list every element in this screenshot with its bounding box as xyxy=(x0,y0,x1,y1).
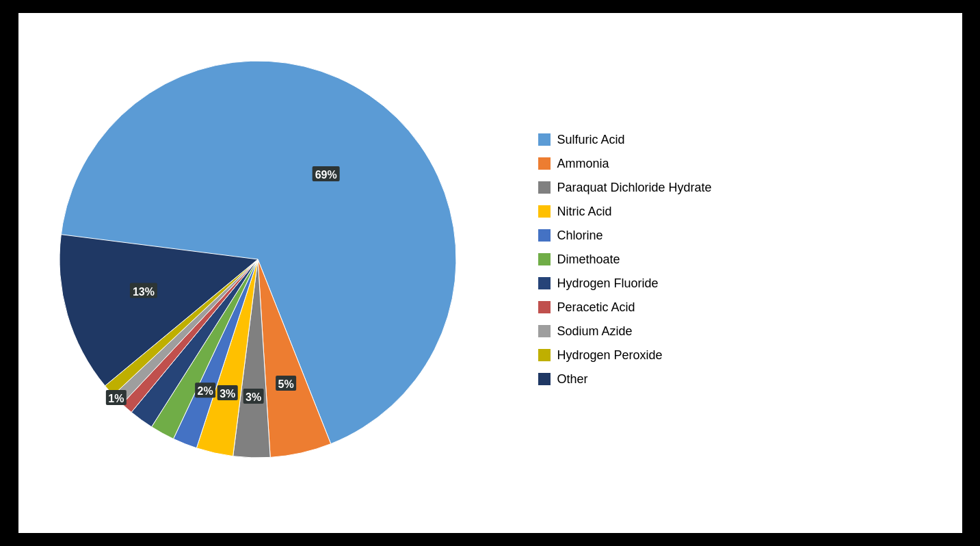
legend-label: Chlorine xyxy=(557,229,603,243)
legend-color-box xyxy=(538,205,551,218)
legend-item: Chlorine xyxy=(538,229,712,243)
legend-item: Dimethoate xyxy=(538,252,712,267)
legend-color-box xyxy=(538,253,551,265)
legend-item: Ammonia xyxy=(538,157,712,171)
legend-color-box xyxy=(538,349,551,361)
legend-item: Hydrogen Fluoride xyxy=(538,276,712,291)
legend-item: Hydrogen Peroxide xyxy=(538,348,712,363)
svg-text:3%: 3% xyxy=(246,391,261,403)
legend-color-box xyxy=(538,277,551,289)
chart-container: 69%13%5%3%3%2%1% Sulfuric AcidAmmoniaPar… xyxy=(18,13,962,533)
svg-text:69%: 69% xyxy=(315,169,336,181)
legend-item: Sodium Azide xyxy=(538,324,712,339)
legend-label: Dimethoate xyxy=(557,252,620,267)
chart-legend: Sulfuric AcidAmmoniaParaquat Dichloride … xyxy=(538,133,712,387)
legend-label: Peracetic Acid xyxy=(557,300,635,315)
legend-color-box xyxy=(538,229,551,242)
legend-item: Other xyxy=(538,372,712,387)
svg-text:5%: 5% xyxy=(278,378,293,390)
legend-item: Sulfuric Acid xyxy=(538,133,712,147)
legend-color-box xyxy=(538,133,551,146)
legend-label: Hydrogen Peroxide xyxy=(557,348,663,363)
legend-label: Paraquat Dichloride Hydrate xyxy=(557,181,712,195)
legend-color-box xyxy=(538,157,551,170)
legend-label: Other xyxy=(557,372,588,387)
legend-label: Sulfuric Acid xyxy=(557,133,625,147)
legend-item: Nitric Acid xyxy=(538,205,712,219)
legend-color-box xyxy=(538,325,551,337)
legend-item: Peracetic Acid xyxy=(538,300,712,315)
legend-label: Nitric Acid xyxy=(557,205,612,219)
svg-text:3%: 3% xyxy=(220,388,235,400)
legend-color-box xyxy=(538,373,551,385)
svg-text:1%: 1% xyxy=(108,393,124,404)
legend-color-box xyxy=(538,301,551,313)
legend-label: Hydrogen Fluoride xyxy=(557,276,659,291)
chart-body: 69%13%5%3%3%2%1% Sulfuric AcidAmmoniaPar… xyxy=(46,47,935,471)
legend-label: Sodium Azide xyxy=(557,324,633,339)
pie-chart: 69%13%5%3%3%2%1% xyxy=(46,47,470,471)
legend-color-box xyxy=(538,181,551,194)
legend-item: Paraquat Dichloride Hydrate xyxy=(538,181,712,195)
svg-text:13%: 13% xyxy=(132,286,154,298)
legend-label: Ammonia xyxy=(557,157,609,171)
svg-text:2%: 2% xyxy=(197,385,213,397)
